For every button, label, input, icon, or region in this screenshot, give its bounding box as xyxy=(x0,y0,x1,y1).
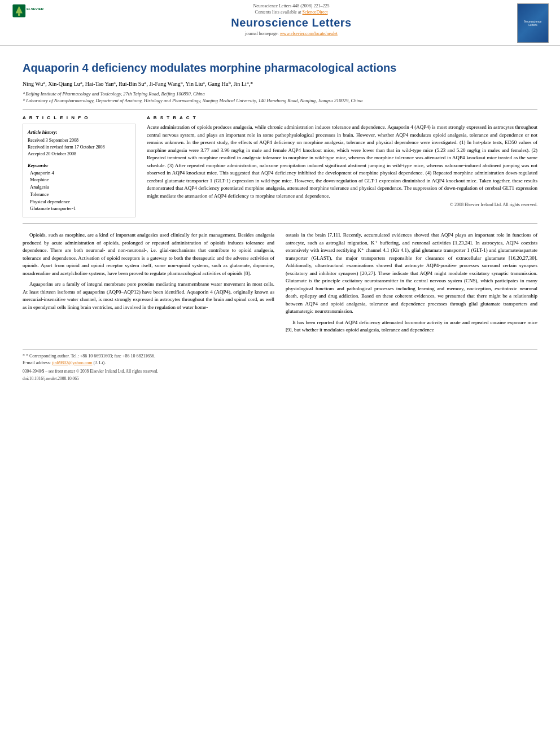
divider-top xyxy=(23,109,537,110)
body-para-1: Opioids, such as morphine, are a kind of… xyxy=(23,231,274,277)
keyword-3: Analgesia xyxy=(30,184,130,191)
body-para-2: Aquaporins are a family of integral memb… xyxy=(23,281,274,311)
sciencedirect-link: Contents lists available at ScienceDirec… xyxy=(85,10,498,15)
body-para-3: ostasis in the brain [7,11]. Recently, a… xyxy=(286,231,537,316)
divider-bottom xyxy=(23,223,537,224)
copyright-line: © 2008 Elsevier Ireland Ltd. All rights … xyxy=(147,202,537,207)
keyword-1: Aquaporin 4 xyxy=(30,169,130,177)
footnote-area: * * Corresponding author. Tel.: +86 10 6… xyxy=(23,349,537,381)
header-left: ELSEVIER xyxy=(11,3,79,19)
affiliation-b: ᵇ Laboratory of Neuropharmacology, Depar… xyxy=(23,98,537,103)
journal-meta: Neuroscience Letters 448 (2008) 221–225 xyxy=(85,3,498,8)
keyword-2: Morphine xyxy=(30,176,130,184)
keyword-5: Physical dependence xyxy=(30,198,130,206)
journal-homepage: journal homepage: www.elsevier.com/locat… xyxy=(85,31,498,36)
keywords-label: Keywords: xyxy=(28,163,49,168)
abstract-label: A B S T R A C T xyxy=(147,115,537,120)
revised-date: Received in revised form 17 October 2008 xyxy=(28,144,130,151)
sciencedirect-text[interactable]: ScienceDirect xyxy=(303,10,328,15)
article-info-abstract: A R T I C L E I N F O Article history: R… xyxy=(23,115,537,217)
page-wrapper: ELSEVIER Neuroscience Letters 448 (2008)… xyxy=(0,0,560,747)
issn-line: 0304-3940/$ – see front matter © 2008 El… xyxy=(23,369,537,374)
homepage-url[interactable]: www.elsevier.com/locate/neulet xyxy=(280,31,338,36)
received-date: Received 3 September 2008 xyxy=(28,137,130,144)
article-info-column: A R T I C L E I N F O Article history: R… xyxy=(23,115,135,217)
keyword-4: Tolerance xyxy=(30,191,130,198)
svg-rect-2 xyxy=(18,14,20,16)
accepted-date: Accepted 20 October 2008 xyxy=(28,151,130,158)
keywords-section: Keywords: Aquaporin 4 Morphine Analgesia… xyxy=(28,162,130,212)
history-heading: Article history: xyxy=(28,129,130,136)
doi-line: doi:10.1016/j.neulet.2008.10.065 xyxy=(23,376,537,381)
body-column-1: Opioids, such as morphine, are a kind of… xyxy=(23,231,274,338)
journal-header: ELSEVIER Neuroscience Letters 448 (2008)… xyxy=(0,0,560,46)
email-line: E-mail address: jinli9802@yahoo.com (J. … xyxy=(23,360,537,366)
header-center: Neuroscience Letters 448 (2008) 221–225 … xyxy=(79,3,504,36)
elsevier-logo: ELSEVIER xyxy=(11,3,56,19)
contents-text: Contents lists available at xyxy=(255,10,303,15)
affiliation-a: ᵃ Beijing Institute of Pharmacology and … xyxy=(23,91,537,97)
abstract-column: A B S T R A C T Acute administration of … xyxy=(147,115,537,217)
abstract-paragraph: Acute administration of opioids produces… xyxy=(147,124,537,200)
main-content: Aquaporin 4 deficiency modulates morphin… xyxy=(0,46,560,392)
body-para-4: It has been reported that AQP4 deficienc… xyxy=(286,319,537,334)
corresponding-author: * * Corresponding author. Tel.: +86 10 6… xyxy=(23,353,537,360)
email-address[interactable]: jinli9802@yahoo.com xyxy=(52,360,93,365)
article-title: Aquaporin 4 deficiency modulates morphin… xyxy=(23,60,537,75)
corresponding-text: * Corresponding author. Tel.: +86 10 669… xyxy=(26,353,155,359)
authors-line: Ning Wuᵃ, Xin-Qiang Luᵃ, Hai-Tao Yanᵃ, R… xyxy=(23,80,537,89)
article-info-box: Article history: Received 3 September 20… xyxy=(23,124,135,217)
body-columns: Opioids, such as morphine, are a kind of… xyxy=(23,231,537,338)
header-right: NeuroscienceLetters xyxy=(504,3,549,43)
keyword-6: Glutamate transporter-1 xyxy=(30,205,130,212)
journal-title: Neuroscience Letters xyxy=(85,16,498,29)
abstract-text: Acute administration of opioids produces… xyxy=(147,124,537,200)
email-name: (J. Li). xyxy=(94,360,106,365)
homepage-label: journal homepage: xyxy=(245,31,280,36)
article-info-label: A R T I C L E I N F O xyxy=(23,115,135,120)
journal-cover-image: NeuroscienceLetters xyxy=(517,3,549,43)
body-column-2: ostasis in the brain [7,11]. Recently, a… xyxy=(286,231,537,338)
email-label: E-mail address: xyxy=(23,360,52,365)
svg-text:ELSEVIER: ELSEVIER xyxy=(27,7,44,11)
